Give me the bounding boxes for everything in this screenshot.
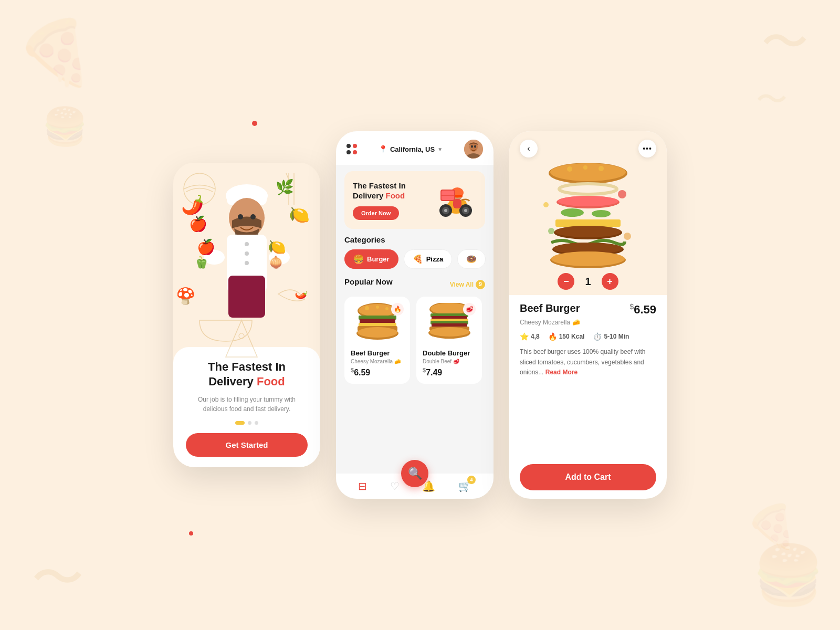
cart-badge: 4 (467, 476, 476, 484)
category-chip-pizza[interactable]: 🍕 Pizza (404, 249, 453, 269)
phone-3-detail: ‹ ••• (509, 131, 667, 499)
svg-point-64 (598, 166, 604, 171)
nav-home-icon[interactable]: ⊟ (358, 480, 367, 492)
view-all-badge: 9 (476, 280, 485, 289)
svg-point-7 (238, 214, 243, 219)
category-chip-burger[interactable]: 🍔 Burger (344, 249, 398, 269)
categories-title: Categories (344, 235, 485, 244)
popular-title: Popular Now (344, 277, 393, 286)
svg-point-47 (365, 306, 369, 310)
user-avatar[interactable] (464, 140, 483, 159)
rating-stat: ⭐ 4,8 (520, 332, 540, 341)
variant-icon: 🧀 (572, 319, 580, 326)
phone-2-main: 📍 California, US ▼ The F (336, 131, 494, 499)
fire-icon: 🔥 (548, 332, 557, 341)
quantity-value: 1 (585, 276, 591, 288)
view-all-link[interactable]: View All 9 (450, 280, 485, 289)
svg-point-78 (548, 228, 554, 234)
banner-line1: The Fastest In (353, 181, 406, 190)
nav-cart-icon[interactable]: 🛒 4 (458, 480, 471, 492)
svg-point-8 (250, 214, 256, 219)
food-price-2: $7.49 (423, 367, 476, 377)
calories-stat: 🔥 150 Kcal (548, 332, 585, 341)
star-icon: ⭐ (520, 332, 529, 341)
svg-point-79 (543, 202, 549, 207)
location-pin-icon: 📍 (379, 145, 387, 153)
svg-rect-70 (555, 219, 621, 227)
order-now-button[interactable]: Order Now (353, 206, 399, 220)
quantity-plus-button[interactable]: + (602, 273, 618, 290)
burger-label: Burger (367, 255, 390, 263)
svg-point-59 (429, 327, 469, 337)
nav-bell-icon[interactable]: 🔔 (422, 480, 435, 492)
nav-heart-icon[interactable]: ♡ (390, 480, 400, 492)
product-stats: ⭐ 4,8 🔥 150 Kcal ⏱️ 5-10 Min (520, 332, 656, 341)
quantity-control: − 1 + (509, 268, 667, 295)
category-chip-donut[interactable]: 🍩 (457, 249, 486, 269)
burger-hero-section (509, 163, 667, 268)
svg-text:🍋: 🍋 (268, 238, 286, 256)
more-options-button[interactable]: ••• (638, 140, 656, 158)
svg-point-46 (358, 327, 397, 338)
popular-section: Popular Now View All 9 (336, 273, 494, 474)
food-name-1: Beef Burger (351, 349, 404, 357)
svg-point-28 (444, 209, 447, 212)
cheese-icon: 🧀 (394, 359, 401, 364)
categories-section: Categories 🍔 Burger 🍕 Pizza 🍩 (336, 235, 494, 273)
headline-highlight: Food (257, 375, 285, 388)
double-burger-image: 🥩 (423, 303, 476, 345)
get-started-button[interactable]: Get Started (186, 433, 308, 457)
red-pepper-decor: 🌶️ (181, 194, 204, 216)
popular-header: Popular Now View All 9 (344, 277, 485, 291)
donut-icon: 🍩 (466, 254, 477, 264)
product-name: Beef Burger (520, 302, 580, 314)
location-selector[interactable]: 📍 California, US ▼ (379, 145, 443, 153)
food-card-double-burger[interactable]: 🥩 Double Burger Double Beef 🥩 $7.49 (416, 297, 482, 384)
beef-icon: 🥩 (453, 359, 459, 364)
beef-burger-image: 🔥 (351, 303, 404, 345)
svg-point-22 (471, 145, 473, 148)
menu-icon[interactable] (346, 144, 357, 154)
food-cards-row: 🔥 Beef Burger Cheesy Mozarella 🧀 $6.59 (344, 297, 485, 384)
svg-point-77 (618, 190, 626, 198)
svg-point-62 (567, 166, 572, 172)
back-button[interactable]: ‹ (520, 140, 538, 158)
categories-row: 🍔 Burger 🍕 Pizza 🍩 (344, 249, 485, 269)
quantity-minus-button[interactable]: − (558, 273, 574, 290)
svg-point-10 (245, 242, 249, 246)
avatar-image (464, 140, 483, 159)
add-to-cart-button[interactable]: Add to Cart (520, 464, 656, 490)
svg-point-23 (474, 145, 476, 148)
detail-top-bar: ‹ ••• (509, 131, 667, 163)
svg-text:🍎: 🍎 (197, 238, 215, 256)
food-card-beef-burger[interactable]: 🔥 Beef Burger Cheesy Mozarella 🧀 $6.59 (344, 297, 410, 384)
food-badge-2: 🥩 (463, 303, 476, 316)
svg-rect-13 (228, 276, 265, 318)
page-dots (186, 421, 308, 425)
svg-point-11 (245, 251, 249, 256)
product-price: $6.59 (629, 302, 656, 317)
splash-subtitle: Our job is to filling your tummy with de… (186, 395, 308, 414)
bottom-nav: ⊟ ♡ 🔍 🔔 🛒 4 (336, 474, 494, 499)
menu-dot-3 (346, 150, 351, 154)
app-header: 📍 California, US ▼ (336, 131, 494, 165)
read-more-link[interactable]: Read More (545, 369, 578, 376)
view-all-text: View All (450, 281, 474, 288)
banner-highlight: Food (386, 191, 405, 200)
promo-banner: The Fastest In Delivery Food Order Now (344, 171, 485, 229)
mushroom-decor: 🍄 (176, 287, 195, 305)
svg-point-80 (624, 233, 631, 240)
product-description: This beef burger uses 100% quality beef … (520, 347, 656, 377)
svg-point-68 (561, 208, 584, 217)
svg-text:🫑: 🫑 (194, 255, 209, 269)
food-price-1: $6.59 (351, 367, 404, 377)
pizza-icon: 🍕 (413, 254, 423, 264)
menu-dot-4 (353, 150, 357, 154)
splash-title: The Fastest In Delivery Food (186, 360, 308, 390)
splash-hero-area: 🌶️ 🍋 🌿 🍎 🍄 🌶️ (173, 163, 320, 347)
dot-3 (255, 421, 258, 425)
svg-point-67 (558, 196, 618, 206)
svg-point-31 (464, 209, 467, 212)
green-leaf-decor: 🌿 (276, 178, 294, 196)
banner-line2: Delivery (353, 191, 383, 200)
